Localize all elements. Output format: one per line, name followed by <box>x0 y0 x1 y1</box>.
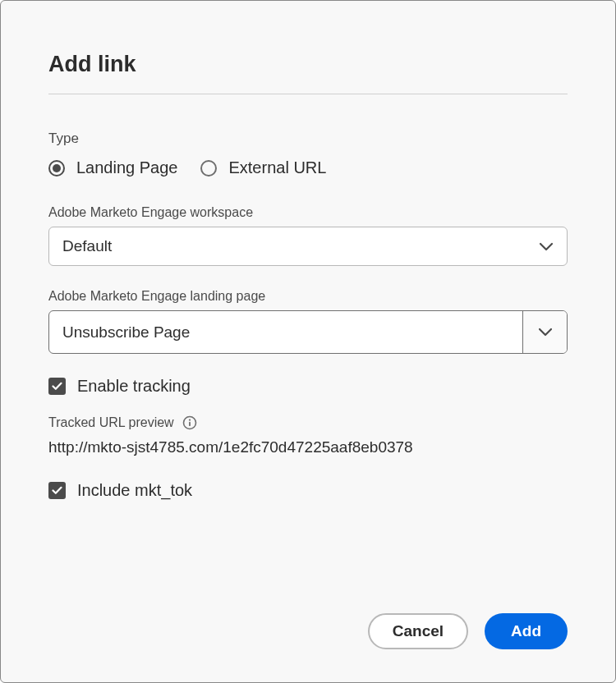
dialog-content: Add link Type Landing Page External URL … <box>1 1 615 682</box>
dialog-title: Add link <box>48 52 568 77</box>
add-button[interactable]: Add <box>485 613 568 649</box>
radio-icon <box>48 160 65 176</box>
workspace-select[interactable]: Default <box>48 227 568 266</box>
enable-tracking-label: Enable tracking <box>77 377 191 396</box>
add-link-dialog: Add link Type Landing Page External URL … <box>0 0 616 683</box>
type-label: Type <box>48 131 568 147</box>
tracked-url-header: Tracked URL preview <box>48 415 568 430</box>
cancel-button[interactable]: Cancel <box>368 613 468 649</box>
landing-page-dropdown-button[interactable] <box>522 311 567 353</box>
checkbox-checked-icon <box>48 378 66 395</box>
workspace-label: Adobe Marketo Engage workspace <box>48 205 568 220</box>
radio-external-url[interactable]: External URL <box>200 158 326 177</box>
enable-tracking-checkbox[interactable]: Enable tracking <box>48 377 568 396</box>
tracked-url-value: http://mkto-sjst4785.com/1e2fc70d47225aa… <box>48 438 568 456</box>
dialog-footer: Cancel Add <box>48 603 568 649</box>
chevron-down-icon <box>539 237 554 255</box>
divider <box>48 94 568 94</box>
landing-page-value: Unsubscribe Page <box>49 311 522 353</box>
radio-label: External URL <box>228 158 326 177</box>
svg-point-1 <box>188 419 190 420</box>
include-mkt-tok-label: Include mkt_tok <box>77 481 192 500</box>
checkbox-checked-icon <box>48 482 66 499</box>
radio-icon <box>200 160 217 176</box>
workspace-value: Default <box>62 237 112 255</box>
landing-page-combobox[interactable]: Unsubscribe Page <box>48 310 568 354</box>
svg-rect-2 <box>189 422 191 426</box>
spacer <box>48 520 568 603</box>
include-mkt-tok-checkbox[interactable]: Include mkt_tok <box>48 481 568 500</box>
type-radio-group: Landing Page External URL <box>48 158 568 177</box>
landing-page-label: Adobe Marketo Engage landing page <box>48 289 568 304</box>
chevron-down-icon <box>538 325 553 340</box>
tracked-url-label: Tracked URL preview <box>48 415 174 430</box>
radio-label: Landing Page <box>76 158 177 177</box>
info-icon[interactable] <box>182 415 197 430</box>
radio-landing-page[interactable]: Landing Page <box>48 158 177 177</box>
